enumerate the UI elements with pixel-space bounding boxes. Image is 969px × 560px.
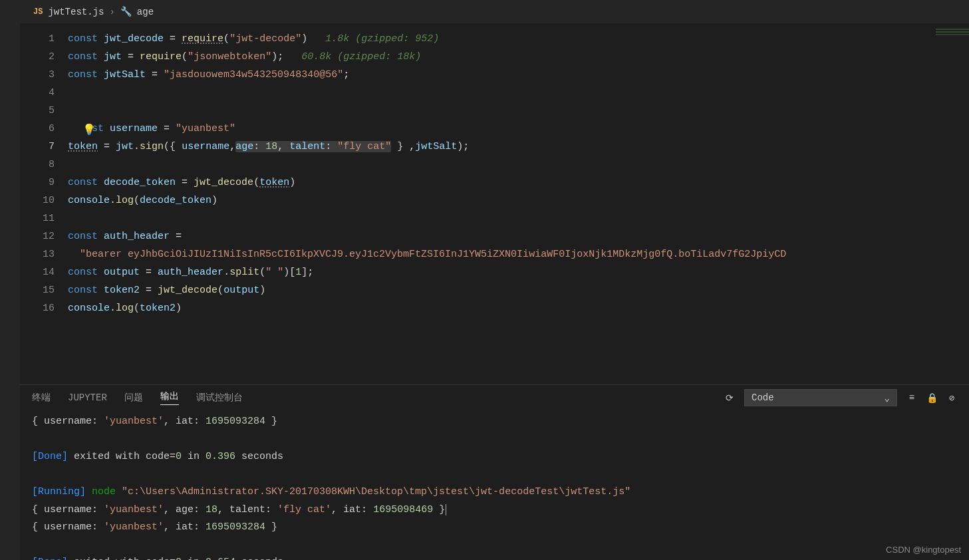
code-line: const decode_token = jwt_decode(token) xyxy=(68,174,969,192)
output-line xyxy=(32,466,957,484)
output-line: [Done] exited with code=0 in 0.396 secon… xyxy=(32,448,957,466)
select-value: Code xyxy=(752,392,774,403)
chevron-right-icon: › xyxy=(109,7,114,17)
line-no: 14 xyxy=(20,263,55,281)
breadcrumb[interactable]: JS jwtTest.js › 🔧 age xyxy=(20,0,969,23)
wrench-icon: 🔧 xyxy=(120,6,132,17)
line-no: 1 xyxy=(20,30,55,48)
line-no: 10 xyxy=(20,192,55,210)
chevron-down-icon: ⌄ xyxy=(885,392,890,404)
line-no: 12 xyxy=(20,227,55,245)
panel-actions: ⟳ Code ⌄ ≡ 🔒 ⊘ xyxy=(724,389,957,406)
line-no: 2 xyxy=(20,48,55,66)
output-channel-select[interactable]: Code ⌄ xyxy=(744,389,897,406)
code-line: const output = auth_header.split(" ")[1]… xyxy=(68,263,969,281)
editor[interactable]: 💡 1 2 3 4 5 6 7 8 9 10 11 12 13 14 15 16… xyxy=(20,23,969,384)
tab-jupyter[interactable]: JUPYTER xyxy=(68,392,107,403)
line-no: 16 xyxy=(20,299,55,317)
code-line xyxy=(68,156,969,174)
lock-icon[interactable]: 🔒 xyxy=(926,392,937,403)
bottom-panel: 终端 JUPYTER 问题 输出 调试控制台 ⟳ Code ⌄ ≡ 🔒 ⊘ { … xyxy=(20,384,969,560)
main-area: JS jwtTest.js › 🔧 age 💡 1 2 3 4 5 6 7 8 … xyxy=(20,0,969,560)
output-line: { username: 'yuanbest', iat: 1695093284 … xyxy=(32,413,957,431)
line-no: 5 xyxy=(20,102,55,120)
tab-debug[interactable]: 调试控制台 xyxy=(196,392,243,404)
output-line: { username: 'yuanbest', iat: 1695093284 … xyxy=(32,519,957,537)
line-no: 9 xyxy=(20,174,55,192)
line-no: 13 xyxy=(20,245,55,263)
line-no: 4 xyxy=(20,84,55,102)
output-line: { username: 'yuanbest', age: 18, talent:… xyxy=(32,501,957,519)
code-area[interactable]: const jwt_decode = require("jwt-decode")… xyxy=(68,23,969,384)
line-no: 8 xyxy=(20,156,55,174)
clear-icon[interactable]: ⊘ xyxy=(946,392,957,403)
refresh-icon[interactable]: ⟳ xyxy=(724,392,735,403)
lightbulb-icon[interactable]: 💡 xyxy=(82,123,96,136)
output-line xyxy=(32,431,957,449)
line-no: 15 xyxy=(20,281,55,299)
code-line: nst username = "yuanbest" xyxy=(68,120,969,138)
line-no: 7 xyxy=(20,138,55,156)
code-line xyxy=(68,102,969,120)
cursor xyxy=(446,504,446,515)
code-line: const jwtSalt = "jasdouowem34w5432509483… xyxy=(68,66,969,84)
code-line xyxy=(68,84,969,102)
watermark: CSDN @kingtopest xyxy=(886,545,961,555)
line-gutter: 1 2 3 4 5 6 7 8 9 10 11 12 13 14 15 16 xyxy=(20,23,68,384)
output-line: [Running] node "c:\Users\Administrator.S… xyxy=(32,484,957,501)
tab-terminal[interactable]: 终端 xyxy=(32,392,51,404)
tab-output[interactable]: 输出 xyxy=(160,390,179,405)
file-name[interactable]: jwtTest.js xyxy=(48,7,104,17)
code-line: const jwt_decode = require("jwt-decode")… xyxy=(68,30,969,48)
code-line xyxy=(68,210,969,227)
symbol-name[interactable]: age xyxy=(137,7,154,17)
code-line: console.log(decode_token) xyxy=(68,192,969,210)
filter-icon[interactable]: ≡ xyxy=(906,392,917,403)
code-line: console.log(token2) xyxy=(68,299,969,317)
minimap[interactable] xyxy=(936,29,969,55)
line-no: 6 xyxy=(20,120,55,138)
code-line: token = jwt.sign({ username,age: 18, tal… xyxy=(68,138,969,156)
code-line: "bearer eyJhbGciOiJIUzI1NiIsInR5cCI6IkpX… xyxy=(68,245,969,263)
panel-tabs: 终端 JUPYTER 问题 输出 调试控制台 ⟳ Code ⌄ ≡ 🔒 ⊘ xyxy=(20,385,969,410)
lang-badge: JS xyxy=(33,7,43,17)
line-no: 11 xyxy=(20,210,55,227)
code-line: const jwt = require("jsonwebtoken"); 60.… xyxy=(68,48,969,66)
code-line: const auth_header = xyxy=(68,227,969,245)
tab-problems[interactable]: 问题 xyxy=(124,392,143,404)
code-line: const token2 = jwt_decode(output) xyxy=(68,281,969,299)
output-body[interactable]: { username: 'yuanbest', iat: 1695093284 … xyxy=(20,410,969,560)
output-line xyxy=(32,537,957,555)
output-line: [Done] exited with code=0 in 0.654 secon… xyxy=(32,554,957,560)
line-no: 3 xyxy=(20,66,55,84)
activity-bar[interactable] xyxy=(0,0,20,560)
